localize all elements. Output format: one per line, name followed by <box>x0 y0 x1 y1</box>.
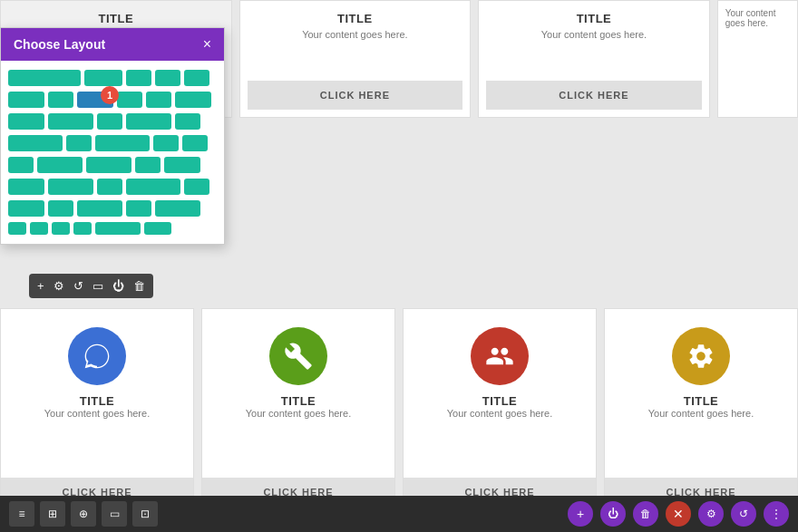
mini-tb-delete[interactable]: 🗑 <box>131 277 148 295</box>
toolbar-add-btn[interactable]: + <box>568 501 593 527</box>
layout-block[interactable] <box>8 200 44 217</box>
layout-block[interactable] <box>48 179 93 195</box>
layout-grid: 1 <box>1 61 224 244</box>
bottom-card-4-title: TITLE <box>684 394 719 408</box>
layout-block[interactable] <box>8 70 81 86</box>
layout-block[interactable] <box>8 92 44 108</box>
layout-row-7 <box>8 200 217 217</box>
bottom-row: TITLE Your content goes here. CLICK HERE… <box>0 308 798 508</box>
gear-icon <box>686 342 715 371</box>
mini-tb-add[interactable]: + <box>34 277 47 295</box>
layout-block[interactable] <box>155 200 200 217</box>
layout-block[interactable] <box>77 200 122 217</box>
toolbar-settings-btn[interactable]: ⚙ <box>698 501 724 527</box>
top-card-2: TITLE Your content goes here. CLICK HERE <box>239 0 472 118</box>
layout-panel: Choose Layout × 1 <box>0 27 225 245</box>
layout-block[interactable] <box>84 70 122 86</box>
toolbar-window-btn[interactable]: ▭ <box>102 501 127 527</box>
layout-row-8 <box>8 222 217 235</box>
layout-block[interactable] <box>48 92 73 108</box>
toolbar-grid-btn[interactable]: ⊞ <box>40 501 65 527</box>
layout-block[interactable] <box>95 135 150 151</box>
toolbar-close-btn[interactable]: ✕ <box>666 501 691 527</box>
layout-row-6 <box>8 179 217 195</box>
top-card-3-btn[interactable]: CLICK HERE <box>486 81 702 110</box>
mini-tb-settings[interactable]: ⚙ <box>51 277 67 295</box>
layout-block[interactable] <box>86 157 131 173</box>
layout-block[interactable] <box>8 135 63 151</box>
mini-tb-rect[interactable]: ▭ <box>90 277 106 295</box>
toolbar-rect2-btn[interactable]: ⊡ <box>132 501 158 527</box>
bottom-card-2-title: TITLE <box>281 394 316 408</box>
layout-block[interactable] <box>175 113 200 130</box>
top-card-3-title: TITLE <box>577 12 612 25</box>
bottom-card-1-subtitle: Your content goes here. <box>44 408 150 419</box>
layout-panel-close[interactable]: × <box>203 37 211 52</box>
layout-block[interactable] <box>175 92 211 108</box>
layout-block[interactable] <box>117 92 142 108</box>
layout-row-2: 1 <box>8 92 217 108</box>
layout-block[interactable] <box>126 70 151 86</box>
bottom-card-4: TITLE Your content goes here. CLICK HERE <box>604 308 798 508</box>
top-card-2-title: TITLE <box>337 12 373 25</box>
layout-block[interactable] <box>30 222 48 235</box>
bottom-card-3: TITLE Your content goes here. CLICK HERE <box>403 308 597 508</box>
bottom-card-1-title: TITLE <box>80 394 115 408</box>
mini-toolbar: + ⚙ ↺ ▭ ⏻ 🗑 <box>29 274 153 298</box>
layout-block[interactable] <box>126 179 180 195</box>
layout-block[interactable] <box>135 157 161 173</box>
wrench-icon-circle <box>269 327 327 385</box>
layout-block[interactable] <box>66 135 92 151</box>
layout-block[interactable] <box>153 135 179 151</box>
layout-block[interactable] <box>52 222 70 235</box>
layout-block[interactable] <box>144 222 171 235</box>
layout-block[interactable] <box>97 113 122 130</box>
layout-block[interactable] <box>155 70 180 86</box>
users-icon-circle <box>471 327 529 385</box>
layout-block[interactable] <box>37 157 83 173</box>
layout-panel-title: Choose Layout <box>14 37 105 52</box>
bottom-card-2: TITLE Your content goes here. CLICK HERE <box>201 308 395 508</box>
bottom-card-4-subtitle: Your content goes here. <box>648 408 754 419</box>
layout-block[interactable] <box>164 157 200 173</box>
layout-block[interactable] <box>97 179 122 195</box>
toolbar-refresh-btn[interactable]: ↺ <box>731 501 756 527</box>
toolbar-search-btn[interactable]: ⊕ <box>71 501 96 527</box>
layout-block[interactable] <box>73 222 92 235</box>
layout-block[interactable] <box>8 113 44 130</box>
toolbar-more-btn[interactable]: ⋮ <box>764 501 789 527</box>
bottom-card-3-title: TITLE <box>482 394 518 408</box>
layout-block[interactable] <box>182 135 208 151</box>
top-card-2-btn[interactable]: CLICK HERE <box>248 81 463 110</box>
layout-block[interactable] <box>184 179 209 195</box>
wrench-icon <box>284 342 313 371</box>
layout-block[interactable] <box>8 222 26 235</box>
top-card-4-subtitle: Your content goes here. <box>725 8 790 28</box>
layout-block[interactable] <box>8 157 34 173</box>
toolbar-trash-btn[interactable]: 🗑 <box>633 501 658 527</box>
top-card-2-subtitle: Your content goes here. <box>302 29 407 40</box>
users-icon <box>485 342 514 371</box>
chat-icon <box>83 342 112 371</box>
layout-block[interactable] <box>48 113 93 130</box>
layout-block[interactable] <box>126 200 151 217</box>
top-card-3-subtitle: Your content goes here. <box>541 29 647 40</box>
layout-row-5 <box>8 157 217 173</box>
toolbar-menu-btn[interactable]: ≡ <box>9 501 34 527</box>
gear-icon-circle <box>672 327 730 385</box>
toolbar-power-btn[interactable]: ⏻ <box>600 501 626 527</box>
layout-block[interactable] <box>95 222 141 235</box>
layout-block[interactable] <box>126 113 171 130</box>
top-card-3: TITLE Your content goes here. CLICK HERE <box>478 0 710 118</box>
layout-block[interactable] <box>146 92 171 108</box>
layout-block[interactable] <box>48 200 73 217</box>
layout-row-1 <box>8 70 217 86</box>
layout-block[interactable] <box>184 70 209 86</box>
bottom-card-1: TITLE Your content goes here. CLICK HERE <box>0 308 194 508</box>
layout-block[interactable] <box>8 179 44 195</box>
top-card-1-title: TITLE <box>98 12 133 25</box>
mini-tb-refresh[interactable]: ↺ <box>71 277 86 295</box>
layout-row-4 <box>8 135 217 151</box>
bottom-toolbar: ≡ ⊞ ⊕ ▭ ⊡ + ⏻ 🗑 ✕ ⚙ ↺ ⋮ <box>0 496 798 532</box>
mini-tb-power[interactable]: ⏻ <box>110 277 127 295</box>
